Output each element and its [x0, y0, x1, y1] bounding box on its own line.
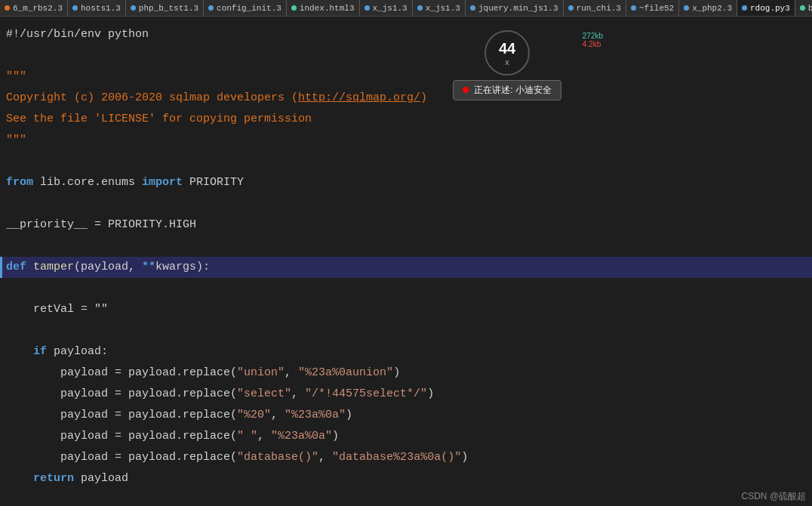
line-content: def tamper(payload, **kwargs):: [0, 257, 210, 278]
line-content: from lib.core.enums import PRIORITY: [0, 172, 244, 193]
tab-dot-icon: [800, 5, 805, 11]
counter-number: 44: [499, 40, 515, 57]
tab-rdog.py3[interactable]: rdog.py3: [737, 0, 795, 16]
code-line-6: """: [0, 130, 812, 151]
code-line-17: payload = payload.replace("union", "%23a…: [0, 363, 812, 384]
line-content: [0, 45, 13, 66]
tab-dot-icon: [568, 5, 574, 11]
tab-run_chi.3[interactable]: run_chi.3: [564, 0, 626, 16]
tab-dot-icon: [364, 5, 370, 11]
code-line-22: return payload: [0, 468, 812, 489]
code-line-15: [0, 320, 812, 341]
code-line-19: payload = payload.replace("%20", "%23a%0…: [0, 405, 812, 426]
tab-config_init.3[interactable]: config_init.3: [204, 0, 287, 16]
tab-bar: 6_m_rbs2.3hosts1.3php_b_tst1.3config_ini…: [0, 0, 812, 17]
line-content: payload = payload.replace("database()", …: [0, 447, 468, 468]
lecture-badge: 正在讲述: 小迪安全: [453, 80, 561, 100]
lecture-dot-icon: [463, 87, 469, 93]
line-content: """: [0, 130, 26, 151]
line-content: Copyright (c) 2006-2020 sqlmap developer…: [0, 88, 427, 109]
line-content: payload = payload.replace("select", "/*!…: [0, 384, 434, 405]
line-content: payload = payload.replace("union", "%23a…: [0, 363, 400, 384]
editor: #!/usr/bin/env python """Copyright (c) 2…: [0, 17, 812, 506]
code-line-13: [0, 278, 812, 299]
line-content: __priority__ = PRIORITY.HIGH: [0, 214, 196, 236]
tab-dot-icon: [470, 5, 475, 11]
line-content: #!/usr/bin/env python: [0, 24, 149, 45]
code-line-1: #!/usr/bin/env python: [0, 24, 812, 45]
tab-x_php2.3[interactable]: x_php2.3: [679, 0, 737, 16]
code-line-4: Copyright (c) 2006-2020 sqlmap developer…: [0, 88, 812, 109]
line-content: [0, 278, 13, 299]
line-content: [0, 236, 13, 257]
stat-green: 272kb: [583, 32, 603, 40]
tab-x_js1.3[interactable]: x_js1.3: [413, 0, 466, 16]
code-line-12: def tamper(payload, **kwargs):: [0, 257, 812, 278]
tab-dot-icon: [742, 5, 747, 11]
code-line-2: [0, 45, 812, 66]
tab-php_b_tst1.3[interactable]: php_b_tst1.3: [126, 0, 204, 16]
tab-6_m_rbs2.3[interactable]: 6_m_rbs2.3: [0, 0, 68, 16]
counter-bubble: 44 x: [484, 30, 530, 76]
code-line-16: if payload:: [0, 341, 812, 363]
tab-dot-icon: [5, 5, 10, 11]
watermark: CSDN @硫酸超: [741, 490, 806, 503]
code-line-21: payload = payload.replace("database()", …: [0, 447, 812, 468]
tab-dot-icon: [291, 5, 297, 11]
tab-dot-icon: [131, 5, 136, 11]
lecture-text: 正在讲述: 小迪安全: [474, 85, 552, 95]
tab-dot-icon: [631, 5, 636, 11]
tab-dot-icon: [684, 5, 689, 11]
line-content: if payload:: [0, 341, 108, 363]
code-line-9: [0, 193, 812, 214]
code-line-10: __priority__ = PRIORITY.HIGH: [0, 214, 812, 236]
tab-hosts1.3[interactable]: hosts1.3: [68, 0, 126, 16]
line-content: return payload: [0, 468, 128, 489]
stat-red: 4.2kb: [583, 40, 603, 48]
code-line-18: payload = payload.replace("select", "/*!…: [0, 384, 812, 405]
line-content: [0, 320, 13, 341]
side-stats: 272kb 4.2kb: [583, 32, 603, 48]
tab-bluesoat_py1.3[interactable]: bluesoat_py1.3: [795, 0, 812, 16]
tab-dot-icon: [417, 5, 423, 11]
tab-x_js1.3[interactable]: x_js1.3: [360, 0, 413, 16]
code-line-5: See the file 'LICENSE' for copying permi…: [0, 109, 812, 130]
line-border: [0, 257, 2, 278]
tab-dot-icon: [72, 5, 78, 11]
tab-jquery.min_js1.3[interactable]: jquery.min_js1.3: [466, 0, 564, 16]
code-line-8: from lib.core.enums import PRIORITY: [0, 172, 812, 193]
code-line-11: [0, 236, 812, 257]
line-content: retVal = "": [0, 299, 108, 320]
tab-~file52[interactable]: ~file52: [626, 0, 679, 16]
line-content: payload = payload.replace("%20", "%23a%0…: [0, 405, 352, 426]
code-line-20: payload = payload.replace(" ", "%23a%0a"…: [0, 426, 812, 447]
code-line-14: retVal = "": [0, 299, 812, 320]
tab-index.html3[interactable]: index.html3: [287, 0, 360, 16]
code-line-3: """: [0, 66, 812, 88]
line-content: payload = payload.replace(" ", "%23a%0a"…: [0, 426, 339, 447]
line-content: [0, 151, 13, 172]
line-content: See the file 'LICENSE' for copying permi…: [0, 109, 312, 130]
tab-dot-icon: [208, 5, 214, 11]
line-content: """: [0, 66, 26, 88]
code-line-7: [0, 151, 812, 172]
counter-suffix: x: [505, 57, 509, 66]
line-content: [0, 193, 13, 214]
overlay-container: 44 x 272kb 4.2kb 正在讲述: 小迪安全: [453, 30, 561, 100]
